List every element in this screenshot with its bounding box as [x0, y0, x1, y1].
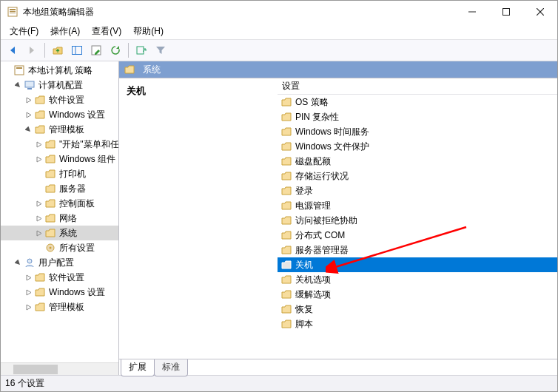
tree-control-panel[interactable]: 控制面板: [1, 196, 118, 211]
tree-root[interactable]: 本地计算机 策略: [1, 63, 118, 78]
tab-extended[interactable]: 扩展: [121, 359, 155, 376]
status-text: 16 个设置: [5, 377, 44, 390]
folder-icon: [280, 288, 292, 300]
menu-file[interactable]: 文件(F): [4, 24, 44, 39]
twisty-spacer: [35, 185, 43, 193]
folder-icon: [280, 244, 292, 256]
list-item[interactable]: 访问被拒绝协助: [278, 213, 557, 228]
titlebar: 本地组策略编辑器: [1, 1, 557, 23]
list-item[interactable]: PIN 复杂性: [278, 109, 557, 124]
tree-server[interactable]: 服务器: [1, 181, 118, 196]
tree-u-admin-templates[interactable]: 管理模板: [1, 300, 118, 314]
tree-label: 用户配置: [38, 257, 74, 269]
tree-horizontal-scrollbar[interactable]: [1, 362, 118, 375]
list-item-label: 分布式 COM: [295, 229, 345, 242]
tree-network[interactable]: 网络: [1, 211, 118, 226]
policy-icon: [13, 64, 25, 76]
twisty-open-icon[interactable]: [14, 259, 22, 267]
tree-windows-settings[interactable]: Windows 设置: [1, 107, 118, 122]
svg-point-17: [50, 247, 52, 249]
properties-button[interactable]: [87, 41, 105, 59]
refresh-button[interactable]: [107, 41, 124, 59]
tree-system[interactable]: 系统: [1, 226, 118, 240]
settings-icon: [44, 242, 56, 254]
twisty-closed-icon[interactable]: [24, 111, 33, 119]
list-item[interactable]: 电源管理: [278, 198, 557, 213]
twisty-closed-icon[interactable]: [35, 155, 43, 163]
tree-all-settings[interactable]: 所有设置: [1, 240, 118, 255]
back-button[interactable]: [4, 41, 21, 59]
tree[interactable]: 本地计算机 策略 计算机配置 软件设置 Windows 设置 管理模板: [1, 61, 118, 362]
list-item-label: 磁盘配额: [295, 155, 331, 168]
tree-windows-components[interactable]: Windows 组件: [1, 152, 118, 166]
folder-icon: [34, 286, 46, 298]
twisty-open-icon[interactable]: [24, 126, 33, 134]
list-item[interactable]: 恢复: [278, 302, 557, 317]
maximize-button[interactable]: [489, 1, 523, 23]
twisty-closed-icon[interactable]: [35, 200, 43, 208]
menu-action[interactable]: 操作(A): [44, 24, 86, 39]
toolbar-separator: [128, 43, 129, 58]
export-button[interactable]: [132, 41, 150, 59]
tree-u-software-settings[interactable]: 软件设置: [1, 270, 118, 285]
list-item-label: 服务器管理器: [295, 244, 349, 257]
tree-label: 控制面板: [59, 197, 95, 210]
list-item[interactable]: 关机选项: [278, 272, 557, 287]
up-folder-button[interactable]: [49, 41, 67, 59]
list-item[interactable]: 磁盘配额: [278, 154, 557, 169]
column-header-settings[interactable]: 设置: [278, 78, 557, 95]
tab-standard[interactable]: 标准: [154, 359, 188, 376]
folder-icon: [280, 200, 292, 212]
list-item[interactable]: OS 策略: [278, 95, 557, 109]
forward-button[interactable]: [23, 41, 41, 59]
tree-admin-templates[interactable]: 管理模板: [1, 122, 118, 137]
twisty-spacer: [35, 244, 43, 252]
twisty-icon[interactable]: [4, 67, 12, 75]
twisty-closed-icon[interactable]: [24, 303, 33, 311]
twisty-open-icon[interactable]: [14, 81, 22, 89]
list-item-label: 恢复: [295, 303, 313, 316]
tree-printers[interactable]: 打印机: [1, 166, 118, 181]
twisty-closed-icon[interactable]: [24, 288, 33, 297]
svg-rect-11: [137, 47, 144, 54]
tree-label: 所有设置: [59, 242, 95, 254]
list-item[interactable]: 服务器管理器: [278, 243, 557, 257]
tree-user-config[interactable]: 用户配置: [1, 255, 118, 270]
list-item[interactable]: 缓解选项: [278, 287, 557, 302]
list-item[interactable]: Windows 文件保护: [278, 139, 557, 154]
list-item[interactable]: 分布式 COM: [278, 228, 557, 243]
tree-pane: 本地计算机 策略 计算机配置 软件设置 Windows 设置 管理模板: [1, 61, 119, 375]
tree-start-menu[interactable]: "开始"菜单和任: [1, 137, 118, 152]
list-item[interactable]: 关机: [278, 257, 557, 272]
folder-icon: [44, 168, 56, 180]
folder-icon: [34, 271, 46, 283]
tree-u-windows-settings[interactable]: Windows 设置: [1, 285, 118, 300]
tree-computer-config[interactable]: 计算机配置: [1, 78, 118, 92]
minimize-button[interactable]: [455, 1, 489, 23]
twisty-closed-icon[interactable]: [24, 96, 33, 104]
svg-rect-2: [10, 11, 16, 12]
filter-button[interactable]: [152, 41, 169, 59]
svg-rect-14: [25, 81, 34, 87]
list-item[interactable]: Windows 时间服务: [278, 124, 557, 139]
folder-icon: [280, 185, 292, 197]
twisty-closed-icon[interactable]: [35, 214, 43, 223]
list-item[interactable]: 存储运行状况: [278, 169, 557, 183]
twisty-closed-icon[interactable]: [35, 229, 43, 237]
menu-view[interactable]: 查看(V): [86, 24, 127, 39]
list-item[interactable]: 登录: [278, 183, 557, 198]
path-header: 系统: [119, 61, 557, 78]
svg-rect-5: [503, 9, 510, 16]
settings-list[interactable]: 设置 OS 策略PIN 复杂性Windows 时间服务Windows 文件保护磁…: [278, 78, 557, 359]
twisty-closed-icon[interactable]: [24, 274, 33, 282]
list-item-label: 电源管理: [295, 200, 331, 212]
scrollbar-thumb[interactable]: [13, 365, 58, 374]
close-button[interactable]: [523, 1, 557, 23]
list-item[interactable]: 脚本: [278, 317, 557, 331]
menu-help[interactable]: 帮助(H): [127, 24, 169, 39]
folder-icon: [44, 197, 56, 209]
twisty-closed-icon[interactable]: [35, 141, 43, 149]
tree-software-settings[interactable]: 软件设置: [1, 92, 118, 107]
show-hide-tree-button[interactable]: [68, 41, 86, 59]
user-icon: [24, 257, 36, 268]
